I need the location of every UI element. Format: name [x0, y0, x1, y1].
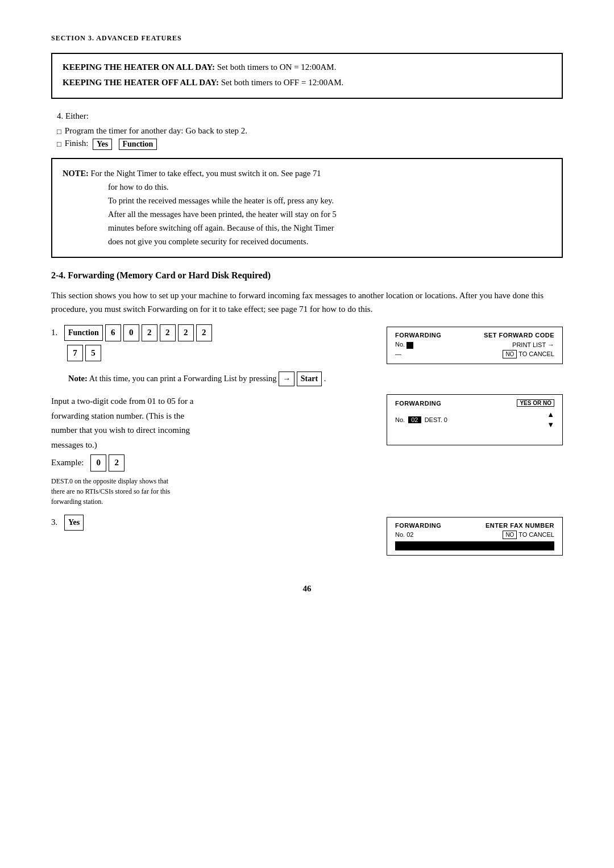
key-2c: 2 [178, 324, 194, 341]
checkbox-icon-2: □ [57, 140, 61, 149]
checkbox2-text: Finish: Yes Function [65, 139, 157, 150]
function-key-1: Function [64, 325, 103, 341]
step1-row: 1. Function 6 0 2 2 2 2 [51, 324, 370, 341]
step2-text: Input a two-digit code from 01 to 05 for… [51, 394, 370, 471]
step1-label: 1. [51, 326, 57, 340]
up-arrow-icon: ▲ [547, 410, 554, 419]
small-note: DEST.0 on the opposite display shows tha… [51, 476, 370, 507]
step1-row2: 7 5 [67, 345, 370, 362]
arrow-key: → [279, 372, 294, 386]
checkbox1-text: Program the timer for another day: Go ba… [65, 126, 247, 136]
display-panel-2: FORWARDING YES OR NO No. 02 DEST. 0 ▲ ▼ [387, 394, 563, 445]
section-header: SECTION 3. ADVANCED FEATURES [51, 34, 563, 43]
display-panel-1: FORWARDING SET FORWARD CODE No. PRINT LI… [387, 327, 563, 364]
key-0: 0 [123, 324, 139, 341]
note-box: NOTE: For the Night Timer to take effect… [51, 158, 563, 258]
step3-label: 3. [51, 515, 57, 530]
key-2a: 2 [142, 324, 157, 341]
key-7: 7 [67, 345, 83, 362]
start-key: Start [297, 372, 322, 386]
step4-label: 4. Either: [57, 109, 563, 123]
key-2b: 2 [160, 324, 176, 341]
function-key-finish: Function [119, 139, 157, 150]
notice-line1: KEEPING THE HEATER ON ALL DAY: Set both … [63, 61, 551, 74]
notice-box: KEEPING THE HEATER ON ALL DAY: Set both … [51, 53, 563, 99]
yes-key: Yes [93, 139, 112, 150]
section-title: 2-4. Forwarding (Memory Card or Hard Dis… [51, 270, 563, 281]
display-panel-3: FORWARDING ENTER FAX NUMBER No. 02 NO TO… [387, 517, 563, 556]
step3-row: 3. Yes [51, 515, 370, 531]
note-inline: Note: At this time, you can print a For­… [68, 372, 563, 386]
yes-key-3: Yes [64, 515, 84, 531]
key-ex-2: 2 [109, 454, 125, 471]
key-ex-0: 0 [90, 454, 106, 471]
body-text: This section shows you how to set up you… [51, 289, 563, 317]
key-5: 5 [85, 345, 101, 362]
notice-line2: KEEPING THE HEATER OFF ALL DAY: Set both… [63, 76, 551, 89]
page-number: 46 [51, 584, 563, 594]
key-2d: 2 [196, 324, 212, 341]
note-content: NOTE: For the Night Timer to take effect… [63, 167, 551, 249]
key-6: 6 [105, 324, 121, 341]
checkbox-icon-1: □ [57, 127, 61, 136]
down-arrow-icon: ▼ [547, 420, 554, 429]
example-label: Example: [51, 456, 84, 470]
display3-footer-bar [395, 541, 554, 550]
